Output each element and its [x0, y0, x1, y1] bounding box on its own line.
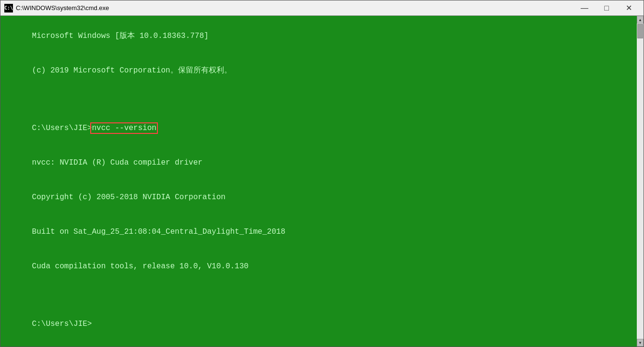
scrollbar-up-button[interactable]: ▲ [637, 16, 644, 24]
line-nvcc-info: nvcc: NVIDIA (R) Cuda compiler driver [32, 158, 203, 167]
line-windows-version: Microsoft Windows [版本 10.0.18363.778] [32, 32, 209, 40]
prompt-2: C:\Users\JIE> [32, 320, 92, 328]
maximize-button[interactable]: □ [596, 0, 618, 16]
close-button[interactable]: ✕ [618, 0, 640, 16]
window-title: C:\WINDOWS\system32\cmd.exe [16, 4, 573, 12]
scrollbar[interactable]: ▲ ▼ [637, 16, 644, 347]
scrollbar-down-button[interactable]: ▼ [637, 339, 644, 347]
scrollbar-track [637, 24, 644, 339]
terminal-output: Microsoft Windows [版本 10.0.18363.778] (c… [4, 19, 640, 341]
command-nvcc: nvcc --version [92, 124, 156, 132]
cmd-window: C:\ C:\WINDOWS\system32\cmd.exe — □ ✕ Mi… [0, 0, 644, 347]
scrollbar-thumb[interactable] [637, 24, 643, 38]
minimize-button[interactable]: — [573, 0, 596, 16]
line-built-on: Built on Sat_Aug_25_21:08:04_Central_Day… [32, 227, 286, 236]
prompt-1: C:\Users\JIE> [32, 124, 92, 132]
title-bar: C:\ C:\WINDOWS\system32\cmd.exe — □ ✕ [0, 0, 644, 16]
terminal-body[interactable]: Microsoft Windows [版本 10.0.18363.778] (c… [0, 16, 644, 347]
line-copyright-nvidia: Copyright (c) 2005-2018 NVIDIA Corporati… [32, 193, 226, 202]
window-icon: C:\ [4, 4, 13, 12]
line-copyright: (c) 2019 Microsoft Corporation。保留所有权利。 [32, 66, 232, 75]
window-controls: — □ ✕ [573, 0, 640, 16]
line-cuda-release: Cuda compilation tools, release 10.0, V1… [32, 262, 249, 271]
